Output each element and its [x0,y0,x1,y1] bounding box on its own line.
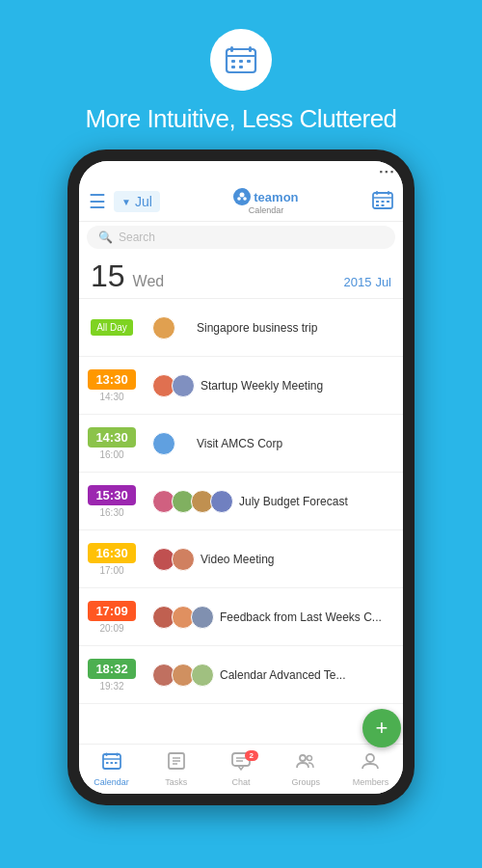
event-row[interactable]: All Day Singapore business trip [79,299,403,357]
calendar-nav-icon [102,751,121,775]
event-end-time: 16:00 [99,449,123,460]
add-event-button[interactable]: + [362,709,401,747]
event-content: Startup Weekly Meeting [145,357,403,414]
svg-rect-23 [105,753,107,757]
event-title: Calendar Advanced Te... [220,668,395,682]
event-title: Video Meeting [201,553,395,566]
svg-point-10 [237,197,241,201]
nav-item-members[interactable]: Members [338,745,403,794]
event-avatars [152,664,214,687]
event-row[interactable]: 14:30 16:00 Visit AMCS Corp [79,415,403,473]
avatar [172,374,195,397]
avatar [152,316,175,339]
event-title: Singapore business trip [197,321,395,335]
date-year-month: 2015Jul [339,275,391,289]
tasks-nav-icon [167,751,186,775]
avatar [172,548,195,571]
date-header: 15 Wed 2015Jul [79,253,403,299]
teamon-icon [233,188,251,205]
calendar-nav-label: Calendar [94,777,129,787]
date-number: 15 [91,258,125,294]
svg-rect-2 [249,46,252,52]
event-title: Feedback from Last Weeks C... [220,610,395,624]
members-nav-icon [361,751,380,775]
svg-point-11 [243,197,247,201]
event-content: Singapore business trip [145,299,403,356]
event-content: Calendar Advanced Te... [145,646,403,703]
date-day: Wed [133,273,165,290]
event-row[interactable]: 17:09 20:09 Feedback from Last Weeks C..… [79,588,403,646]
svg-rect-19 [376,204,379,206]
svg-rect-26 [110,762,113,764]
event-avatars [152,548,195,571]
event-start-time: 17:09 [88,601,135,621]
app-icon [210,29,272,91]
svg-rect-7 [231,66,235,68]
calendar-view-icon[interactable] [372,189,393,215]
allday-block: All Day [79,299,145,356]
svg-rect-18 [387,201,389,203]
app-header: ☰ ▼ Jul teamon [79,182,403,222]
svg-rect-6 [247,60,251,63]
tasks-nav-label: Tasks [165,777,187,787]
events-list: All Day Singapore business trip 13:30 14… [79,299,403,744]
nav-item-groups[interactable]: Groups [274,745,338,794]
svg-point-37 [366,754,374,762]
event-row[interactable]: 13:30 14:30 Startup Weekly Meeting [79,357,403,415]
event-content: July Budget Forecast [145,473,403,529]
svg-rect-20 [382,204,385,206]
search-placeholder: Search [119,231,155,244]
event-start-time: 15:30 [88,485,135,505]
bottom-nav: Calendar Tasks 2 Chat Groups Members [79,744,403,794]
phone-screen: ▪ ▪ ▪ ☰ ▼ Jul te [79,161,403,794]
event-end-time: 19:32 [99,681,123,692]
search-icon: 🔍 [98,231,113,244]
svg-point-36 [308,756,312,761]
event-avatars [152,374,195,397]
svg-rect-17 [382,201,385,203]
svg-point-35 [300,755,306,761]
svg-rect-14 [376,191,378,195]
avatar [152,432,175,455]
chat-nav-label: Chat [232,777,251,787]
svg-rect-15 [388,191,389,195]
svg-rect-24 [116,753,118,757]
event-time-block: 16:30 17:00 [79,530,145,587]
top-section: More Intuitive, Less Cluttered [85,0,396,149]
event-row[interactable]: 15:30 16:30 July Budget Forecast [79,473,403,530]
avatar [210,490,233,513]
event-title: July Budget Forecast [239,495,395,508]
nav-item-chat[interactable]: 2 Chat [208,745,273,794]
event-content: Video Meeting [145,530,403,587]
svg-rect-5 [239,60,243,63]
svg-rect-25 [106,762,109,764]
event-avatars [152,316,191,339]
chat-badge: 2 [245,750,258,761]
event-end-time: 16:30 [99,507,123,518]
event-row[interactable]: 16:30 17:00 Video Meeting [79,530,403,588]
svg-rect-8 [239,66,243,68]
groups-nav-icon [296,751,315,775]
event-end-time: 20:09 [99,623,123,634]
search-bar[interactable]: 🔍 Search [87,226,395,249]
month-selector[interactable]: ▼ Jul [114,191,160,212]
event-content: Visit AMCS Corp [145,415,403,472]
nav-item-calendar[interactable]: Calendar [79,745,144,794]
event-start-time: 13:30 [88,369,135,390]
svg-point-9 [240,193,245,198]
hamburger-icon[interactable]: ☰ [89,190,106,213]
event-end-time: 14:30 [99,392,123,402]
teamon-logo: teamon Calendar [166,188,366,215]
nav-item-tasks[interactable]: Tasks [144,745,208,794]
month-label: Jul [135,194,152,209]
svg-rect-1 [230,46,233,52]
event-avatars [152,490,233,513]
groups-nav-label: Groups [291,777,320,787]
event-title: Startup Weekly Meeting [201,379,395,393]
event-row[interactable]: 18:32 19:32 Calendar Advanced Te... [79,646,403,704]
event-start-time: 14:30 [88,427,135,448]
svg-rect-4 [231,60,235,63]
event-title: Visit AMCS Corp [197,437,395,450]
event-time-block: 18:32 19:32 [79,646,145,703]
dropdown-icon: ▼ [121,197,131,207]
